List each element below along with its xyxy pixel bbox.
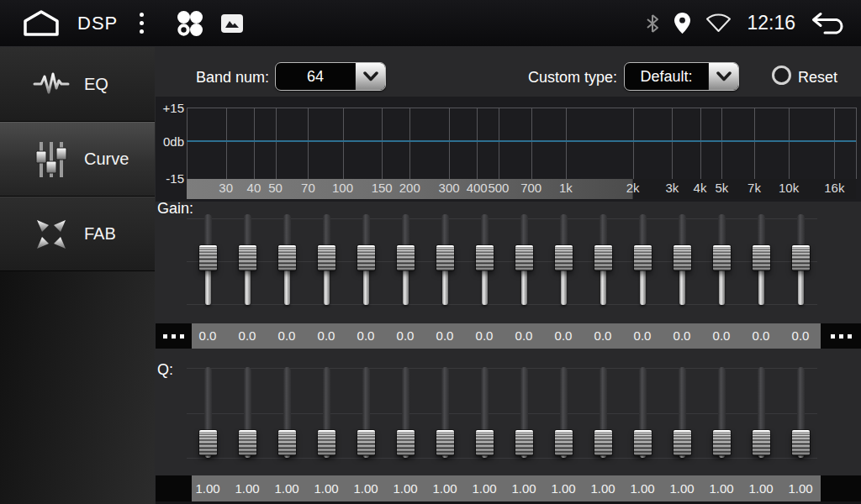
q-slider[interactable] — [465, 367, 504, 458]
q-slider-thumb[interactable] — [318, 430, 335, 455]
home-icon[interactable] — [22, 9, 61, 38]
gain-slider-thumb[interactable] — [634, 245, 652, 270]
q-slider-thumb[interactable] — [476, 430, 494, 455]
freq-tick-label: 70 — [301, 181, 315, 195]
eq-curve-plot[interactable]: +15 0db -15 3040507010015020030040050070… — [156, 97, 861, 202]
slider-track — [283, 367, 291, 433]
slider-track — [600, 214, 607, 249]
chevron-down-icon[interactable] — [708, 63, 738, 90]
band-value: 1.00 — [425, 475, 465, 501]
gain-scroll-right-button[interactable] — [821, 323, 861, 349]
q-slider[interactable] — [544, 367, 584, 458]
gain-slider[interactable] — [465, 214, 504, 305]
q-slider-thumb[interactable] — [713, 430, 731, 455]
gain-slider-thumb[interactable] — [792, 245, 810, 270]
gain-slider-thumb[interactable] — [594, 245, 612, 270]
q-slider-thumb[interactable] — [673, 430, 691, 455]
chevron-down-icon[interactable] — [355, 63, 385, 90]
q-slider[interactable] — [663, 367, 702, 458]
q-slider[interactable] — [781, 367, 821, 458]
gain-slider[interactable] — [228, 214, 267, 305]
custom-type-dropdown[interactable]: Default: — [624, 62, 739, 91]
q-slider[interactable] — [584, 367, 623, 458]
back-icon[interactable] — [811, 12, 848, 34]
gallery-icon[interactable] — [221, 14, 243, 33]
q-slider[interactable] — [702, 367, 742, 458]
gain-slider-thumb[interactable] — [278, 245, 296, 270]
gain-slider-thumb[interactable] — [318, 245, 335, 270]
overflow-menu-icon[interactable] — [135, 8, 149, 39]
q-slider-thumb[interactable] — [239, 430, 256, 455]
gain-scroll-left-button[interactable] — [156, 323, 192, 349]
band-value: 1.00 — [346, 475, 386, 501]
slider-track — [204, 367, 212, 433]
q-slider-thumb[interactable] — [199, 430, 217, 455]
gain-slider-thumb[interactable] — [713, 245, 731, 270]
apps-clover-icon[interactable] — [176, 9, 204, 38]
slider-track — [639, 367, 647, 433]
freq-gridline — [308, 108, 309, 179]
q-slider-thumb[interactable] — [278, 430, 296, 455]
gain-slider[interactable] — [663, 214, 702, 305]
band-value: 0.0 — [544, 323, 584, 349]
gain-slider-thumb[interactable] — [476, 245, 494, 270]
q-slider-thumb[interactable] — [792, 430, 810, 455]
q-slider[interactable] — [346, 367, 386, 458]
gain-slider-thumb[interactable] — [515, 245, 533, 270]
q-slider-thumb[interactable] — [397, 430, 415, 455]
freq-tick-label: 400 — [467, 181, 488, 195]
gain-slider[interactable] — [544, 214, 584, 305]
q-slider-thumb[interactable] — [594, 430, 612, 455]
q-slider-thumb[interactable] — [357, 430, 375, 455]
gain-slider-thumb[interactable] — [753, 245, 770, 270]
q-slider[interactable] — [623, 367, 663, 458]
q-slider[interactable] — [307, 367, 346, 458]
q-slider[interactable] — [188, 367, 228, 458]
gain-slider[interactable] — [386, 214, 425, 305]
gain-slider-thumb[interactable] — [436, 245, 454, 270]
gain-slider[interactable] — [346, 214, 386, 305]
slider-track — [362, 367, 370, 433]
q-slider[interactable] — [742, 367, 781, 458]
q-slider[interactable] — [504, 367, 544, 458]
slider-track-fill — [758, 269, 764, 305]
band-num-dropdown[interactable]: 64 — [275, 62, 386, 91]
slider-track — [679, 367, 686, 433]
band-value: 1.00 — [188, 475, 228, 501]
gain-slider-thumb[interactable] — [357, 245, 375, 270]
gain-slider[interactable] — [504, 214, 544, 305]
gain-slider[interactable] — [425, 214, 465, 305]
q-slider-thumb[interactable] — [515, 430, 533, 455]
gain-slider[interactable] — [742, 214, 781, 305]
q-slider[interactable] — [228, 367, 267, 458]
q-slider[interactable] — [267, 367, 307, 458]
sidebar-item-fab[interactable]: FAB — [0, 197, 155, 271]
q-label: Q: — [157, 361, 173, 379]
gain-slider-thumb[interactable] — [555, 245, 573, 270]
q-slider-thumb[interactable] — [634, 430, 652, 455]
gain-slider-thumb[interactable] — [673, 245, 691, 270]
gain-slider[interactable] — [623, 214, 663, 305]
reset-radio-button[interactable] — [772, 66, 791, 85]
gain-slider[interactable] — [307, 214, 346, 305]
sidebar-item-curve[interactable]: Curve — [0, 122, 155, 197]
freq-tick-label: 4k — [694, 181, 707, 195]
gain-slider-thumb[interactable] — [199, 245, 217, 270]
q-slider-thumb[interactable] — [436, 430, 454, 455]
q-slider-thumb[interactable] — [555, 430, 573, 455]
gain-slider[interactable] — [188, 214, 228, 305]
slider-track — [481, 214, 489, 249]
sidebar-item-eq[interactable]: EQ — [0, 47, 155, 122]
q-slider[interactable] — [425, 367, 465, 458]
gain-slider[interactable] — [702, 214, 742, 305]
gain-slider[interactable] — [267, 214, 307, 305]
location-icon — [674, 13, 690, 34]
q-slider[interactable] — [386, 367, 425, 458]
freq-gridline — [672, 108, 673, 179]
gain-slider-thumb[interactable] — [239, 245, 256, 270]
gain-slider[interactable] — [781, 214, 821, 305]
q-slider-thumb[interactable] — [753, 430, 770, 455]
gain-slider[interactable] — [584, 214, 623, 305]
gain-slider-thumb[interactable] — [397, 245, 415, 270]
freq-gridline — [499, 108, 499, 179]
